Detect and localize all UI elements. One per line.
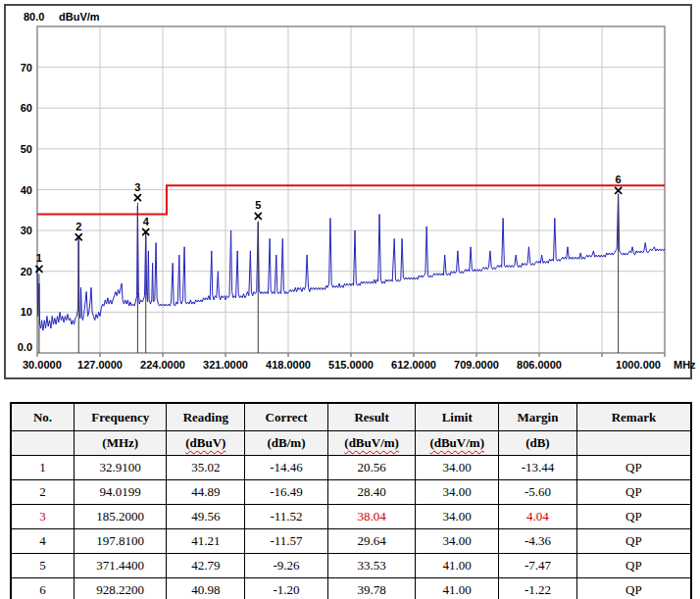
cell-margin: -4.36 [499,529,577,554]
table-row: 5371.440042.79-9.2633.5341.00-7.47QP [11,554,691,578]
cell-remark: QP [576,456,691,480]
unit-label: (dBuV/m) [344,435,399,450]
y-tick-label: 20 [21,266,32,277]
x-tick-label: 127.0000 [77,359,123,371]
cell-frequency: 197.8100 [75,529,167,554]
column-unit-correct: (dB/m) [245,431,328,456]
marker-number-label: 4 [143,216,150,227]
unit-label: (dB) [525,435,550,450]
cell-remark: QP [576,505,691,529]
marker-number-label: 3 [134,181,140,193]
column-header-limit: Limit [416,403,499,431]
cell-remark: QP [576,529,691,554]
column-header-no: No. [11,403,75,431]
table-header-row: No.FrequencyReadingCorrectResultLimitMar… [11,403,691,431]
cell-reading: 40.98 [167,578,245,599]
cell-frequency: 94.0199 [75,480,167,505]
column-unit-result: (dBuV/m) [327,431,416,456]
y-tick-label: 60 [21,102,32,114]
x-tick-label: 612.0000 [391,359,436,371]
table-row: 132.910035.02-14.4620.5634.00-13.44QP [11,456,691,480]
cell-limit: 34.00 [416,529,499,554]
cell-limit: 41.00 [416,554,499,578]
cell-no: 4 [11,529,75,554]
column-unit-no [11,431,75,456]
cell-correct: -9.26 [245,554,328,578]
marker-6 [615,187,622,353]
column-header-frequency: Frequency [75,403,167,431]
x-tick-label: 709.0000 [454,359,499,371]
cell-limit: 34.00 [416,480,499,505]
table-row: 6928.220040.98-1.2039.7841.00-1.22QP [11,578,691,599]
cell-correct: -11.52 [245,505,328,529]
x-tick-label: 321.0000 [203,359,248,371]
table-row: 294.019944.89-16.4928.4034.00-5.60QP [11,480,691,505]
marker-5 [255,213,262,353]
cell-margin: -7.47 [499,554,577,578]
column-header-reading: Reading [167,403,245,431]
emission-spectrum-chart: 80.0 dBuV/m MHz 0.01020304050607030.0000… [4,4,692,379]
column-header-remark: Remark [576,403,691,431]
marker-number-label: 5 [255,199,261,211]
unit-label: (MHz) [102,435,138,450]
column-unit-margin: (dB) [499,431,577,456]
cell-frequency: 928.2200 [75,578,167,599]
cell-result: 20.56 [327,456,416,480]
x-tick-label: 515.0000 [328,359,374,371]
cell-frequency: 185.2000 [75,505,167,529]
marker-number-label: 1 [36,252,42,264]
x-tick-label: 1000.000 [616,359,661,371]
column-unit-frequency: (MHz) [75,431,167,456]
cell-remark: QP [576,480,691,505]
cell-no: 3 [11,505,75,529]
unit-label: (dBuV) [185,435,225,450]
measurement-results-table: No.FrequencyReadingCorrectResultLimitMar… [10,402,692,599]
y-tick-label: 40 [21,184,32,196]
cell-no: 6 [11,578,75,599]
cell-frequency: 32.9100 [75,456,167,480]
column-unit-reading: (dBuV) [167,431,245,456]
cell-correct: -1.20 [245,578,328,599]
cell-margin: -5.60 [499,480,577,505]
cell-reading: 49.56 [167,505,245,529]
table-row: 3185.200049.56-11.5238.0434.004.04QP [11,505,691,529]
column-unit-remark [576,431,691,456]
y-tick-label: 50 [21,143,32,155]
y-tick-label: 70 [21,62,32,74]
cell-result: 29.64 [327,529,416,554]
table-units-row: (MHz)(dBuV)(dB/m)(dBuV/m)(dBuV/m)(dB) [11,431,691,456]
cell-reading: 44.89 [167,480,245,505]
cell-correct: -14.46 [245,456,328,480]
cell-reading: 35.02 [167,456,245,480]
marker-number-label: 2 [75,221,81,232]
y-tick-label: 0.0 [18,341,32,353]
column-header-margin: Margin [499,403,577,431]
cell-reading: 42.79 [167,554,245,578]
cell-remark: QP [576,554,691,578]
y-tick-label: 30 [21,225,32,236]
column-header-result: Result [327,403,416,431]
x-tick-label: 30.0000 [23,359,62,371]
cell-remark: QP [576,578,691,599]
cell-result: 38.04 [327,505,416,529]
x-tick-label: 418.0000 [266,359,311,371]
unit-label: (dBuV/m) [429,435,484,450]
table-row: 4197.810041.21-11.5729.6434.00-4.36QP [11,529,691,554]
cell-no: 5 [11,554,75,578]
cell-limit: 34.00 [416,456,499,480]
column-header-correct: Correct [245,403,328,431]
cell-frequency: 371.4400 [75,554,167,578]
cell-margin: -1.22 [499,578,577,599]
x-tick-label: 224.0000 [140,359,185,371]
cell-correct: -11.57 [245,529,328,554]
cell-correct: -16.49 [245,480,328,505]
cell-result: 33.53 [327,554,416,578]
cell-reading: 41.21 [167,529,245,554]
cell-limit: 41.00 [416,578,499,599]
marker-number-label: 6 [616,174,622,185]
y-tick-label: 10 [21,306,32,318]
cell-margin: -13.44 [499,456,577,480]
unit-label: (dB/m) [268,435,306,450]
cell-result: 28.40 [327,480,416,505]
column-unit-limit: (dBuV/m) [416,431,499,456]
